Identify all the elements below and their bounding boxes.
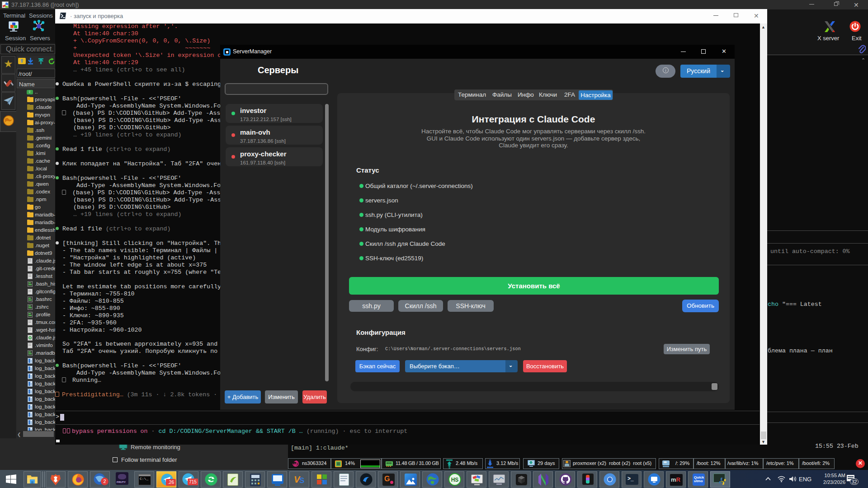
svg-text:HS: HS [451, 477, 459, 483]
